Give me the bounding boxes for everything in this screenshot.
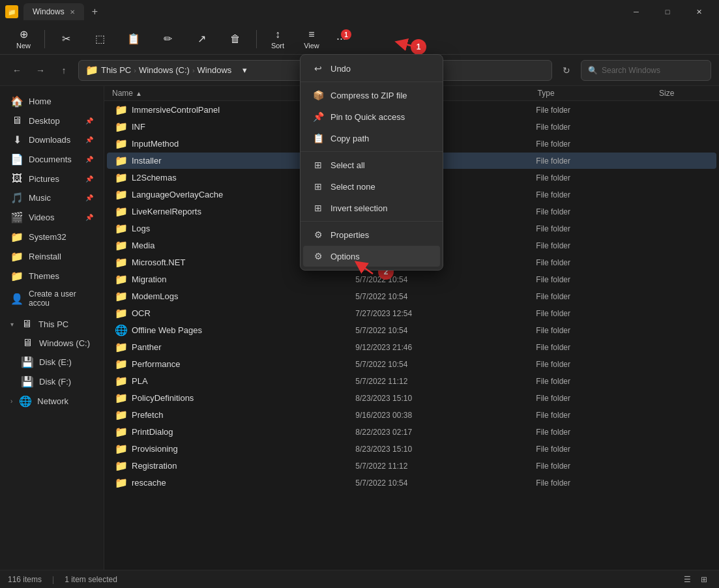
folder-icon: 📁: [115, 426, 128, 438]
sidebar-item-themes[interactable]: 📁 Themes: [3, 267, 101, 286]
windows-c-icon: 🖥: [21, 337, 34, 349]
breadcrumb: This PC › Windows (C:) › Windows: [101, 65, 231, 75]
table-row[interactable]: 📁Registration 5/7/2022 11:12 File folder: [107, 458, 716, 474]
refresh-button[interactable]: ↻: [557, 61, 576, 80]
sidebar-item-windows-c[interactable]: 🖥 Windows (C:): [3, 334, 101, 352]
paste-button[interactable]: 📋: [118, 26, 149, 52]
sidebar-item-disk-f[interactable]: 💾 Disk (F:): [3, 372, 101, 391]
menu-label-undo: Undo: [330, 64, 351, 74]
table-row[interactable]: 📁Performance 5/7/2022 10:54 File folder: [107, 356, 716, 372]
back-button[interactable]: ←: [8, 61, 26, 80]
table-row[interactable]: 📁Migration 5/7/2022 10:54 File folder: [107, 271, 716, 287]
grid-view-button[interactable]: ⊞: [697, 572, 711, 587]
table-row[interactable]: 📁rescache 5/7/2022 10:54 File folder: [107, 475, 716, 491]
copy-button[interactable]: ⬚: [84, 26, 115, 52]
cut-button[interactable]: ✂: [50, 26, 81, 52]
status-bar: 116 items | 1 item selected ☰ ⊞: [0, 570, 719, 588]
tab-windows[interactable]: Windows ✕: [23, 3, 84, 20]
sidebar-item-music[interactable]: 🎵 Music 📌: [3, 188, 101, 207]
table-row[interactable]: 📁PLA 5/7/2022 11:12 File folder: [107, 373, 716, 389]
sidebar-label-create-user: Create a user accou: [29, 289, 93, 308]
folder-icon: 📁: [115, 138, 128, 150]
menu-item-properties[interactable]: ⚙ Properties: [303, 224, 440, 245]
table-row[interactable]: 📁Panther 9/12/2023 21:46 File folder: [107, 339, 716, 355]
rename-button[interactable]: ✏: [152, 26, 183, 52]
address-dropdown[interactable]: ▾: [237, 63, 252, 78]
options-icon: ⚙: [312, 251, 324, 261]
search-box[interactable]: 🔍 Search Windows: [581, 60, 711, 81]
properties-icon: ⚙: [312, 229, 324, 240]
crumb-windows[interactable]: Windows: [198, 65, 232, 75]
menu-label-options: Options: [330, 252, 360, 261]
folder-icon: 📁: [115, 443, 128, 455]
menu-item-copy-path[interactable]: 📋 Copy path: [303, 128, 440, 149]
sort-icon: ↕: [275, 29, 280, 40]
pin-icon-pics: 📌: [85, 175, 93, 183]
pin-icon-docs: 📌: [85, 156, 93, 163]
sidebar-item-documents[interactable]: 📄 Documents 📌: [3, 150, 101, 169]
system32-icon: 📁: [10, 231, 23, 243]
crumb-windows-c[interactable]: Windows (C:): [139, 65, 190, 75]
forward-button[interactable]: →: [31, 61, 50, 80]
folder-icon: 📁: [115, 477, 128, 489]
new-button[interactable]: ⊕ New: [8, 26, 39, 52]
thispc-icon: 🖥: [20, 318, 33, 330]
menu-item-select-all[interactable]: ⊞ Select all: [303, 154, 440, 175]
sidebar-item-network[interactable]: › 🌐 Network: [3, 392, 101, 411]
table-row[interactable]: 🌐Offline Web Pages 5/7/2022 10:54 File f…: [107, 322, 716, 338]
close-button[interactable]: ✕: [684, 0, 714, 23]
sidebar-item-home[interactable]: 🏠 Home: [3, 92, 101, 111]
col-type-header[interactable]: Type: [538, 89, 659, 98]
delete-icon: 🗑: [230, 33, 241, 45]
menu-item-options[interactable]: ⚙ Options: [303, 246, 440, 267]
select-all-icon: ⊞: [312, 160, 324, 170]
sidebar-item-thispc[interactable]: ▾ 🖥 This PC: [3, 315, 101, 333]
sidebar-item-reinstall[interactable]: 📁 Reinstall: [3, 247, 101, 266]
folder-icon: 🌐: [115, 324, 128, 336]
table-row[interactable]: 📁Prefetch 9/16/2023 00:38 File folder: [107, 407, 716, 423]
create-user-icon: 👤: [10, 293, 23, 305]
sidebar-item-desktop[interactable]: 🖥 Desktop 📌: [3, 111, 101, 130]
table-row[interactable]: 📁OCR 7/27/2023 12:54 File folder: [107, 305, 716, 321]
crumb-thispc[interactable]: This PC: [101, 65, 131, 75]
sidebar-item-disk-e[interactable]: 💾 Disk (E:): [3, 353, 101, 372]
sidebar-label-documents: Documents: [29, 154, 72, 164]
sidebar-item-pictures[interactable]: 🖼 Pictures 📌: [3, 169, 101, 188]
table-row[interactable]: 📁Provisioning 8/23/2023 15:10 File folde…: [107, 441, 716, 457]
menu-item-undo[interactable]: ↩ Undo: [303, 58, 440, 79]
menu-item-compress[interactable]: 📦 Compress to ZIP file: [303, 85, 440, 106]
up-button[interactable]: ↑: [55, 61, 73, 80]
minimize-button[interactable]: ─: [621, 0, 651, 23]
view-button[interactable]: ≡ View: [296, 26, 327, 52]
folder-icon: 📁: [115, 307, 128, 319]
menu-item-invert[interactable]: ⊞ Invert selection: [303, 198, 440, 218]
new-icon: ⊕: [20, 28, 28, 40]
table-row[interactable]: 📁ModemLogs 5/7/2022 10:54 File folder: [107, 288, 716, 304]
sidebar-item-downloads[interactable]: ⬇ Downloads 📌: [3, 130, 101, 149]
sidebar: 🏠 Home 🖥 Desktop 📌 ⬇ Downloads 📌 📄 Docum…: [0, 86, 104, 570]
table-row[interactable]: 📁PolicyDefinitions 8/23/2023 15:10 File …: [107, 390, 716, 406]
sidebar-label-windows-c: Windows (C:): [39, 338, 90, 348]
tab-close-icon[interactable]: ✕: [70, 8, 75, 16]
share-button[interactable]: ↗: [186, 26, 217, 52]
pin-icon-music: 📌: [85, 194, 93, 201]
sidebar-item-create-user[interactable]: 👤 Create a user accou: [3, 286, 101, 311]
pin-icon-downloads: 📌: [85, 136, 93, 143]
menu-item-pin[interactable]: 📌 Pin to Quick access: [303, 106, 440, 127]
menu-label-pin: Pin to Quick access: [330, 112, 405, 122]
network-icon: 🌐: [19, 395, 32, 407]
sidebar-item-system32[interactable]: 📁 System32: [3, 228, 101, 246]
app-icon: 📁: [5, 5, 18, 18]
menu-item-select-none[interactable]: ⊞ Select none: [303, 176, 440, 197]
maximize-button[interactable]: □: [653, 0, 682, 23]
more-button[interactable]: ··· 1: [330, 28, 353, 50]
sort-button[interactable]: ↕ Sort: [262, 26, 293, 52]
folder-icon: 📁: [115, 188, 128, 201]
table-row[interactable]: 📁PrintDialog 8/22/2023 02:17 File folder: [107, 424, 716, 440]
col-size-header[interactable]: Size: [659, 89, 711, 98]
list-view-button[interactable]: ☰: [680, 572, 694, 587]
new-tab-button[interactable]: +: [92, 6, 98, 18]
delete-button[interactable]: 🗑: [220, 26, 251, 52]
badge-1: 1: [341, 29, 351, 40]
sidebar-item-videos[interactable]: 🎬 Videos 📌: [3, 208, 101, 227]
